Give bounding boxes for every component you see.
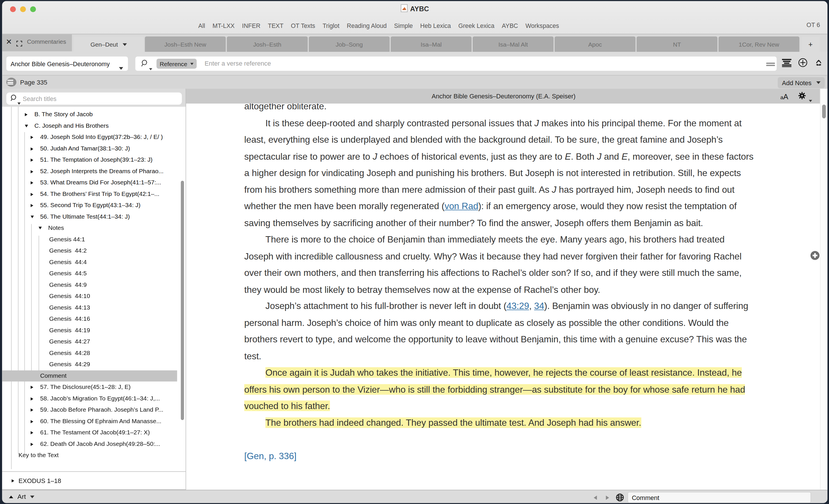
tab-8[interactable]: 1Cor, Rev New bbox=[718, 37, 799, 52]
toc-item-exodus[interactable]: EXODUS 1–18 bbox=[2, 472, 185, 489]
content-scrollbar[interactable] bbox=[820, 89, 828, 490]
nav-item-2[interactable]: INFER bbox=[242, 22, 260, 29]
reference-link[interactable]: 34 bbox=[534, 301, 544, 311]
tree-row[interactable]: Genesis 44:13 bbox=[2, 302, 185, 313]
tree-row[interactable]: Genesis 44:28 bbox=[2, 348, 185, 359]
chevron-right-icon[interactable] bbox=[31, 442, 33, 445]
plus-circle-icon[interactable] bbox=[798, 58, 807, 69]
list-icon[interactable] bbox=[6, 78, 16, 87]
next-button[interactable] bbox=[601, 493, 613, 503]
tree-row[interactable]: Genesis 44:29 bbox=[2, 359, 185, 370]
recycle-icon[interactable] bbox=[814, 59, 823, 69]
reference-link[interactable]: von Rad bbox=[444, 201, 478, 211]
tree-row[interactable]: Genesis 44:4 bbox=[2, 257, 185, 268]
chevron-right-icon[interactable] bbox=[31, 170, 33, 173]
nav-item-1[interactable]: MT-LXX bbox=[212, 22, 235, 29]
search-scope-select[interactable]: Reference bbox=[156, 59, 197, 69]
tab-4[interactable]: Isa–Mal bbox=[391, 37, 471, 52]
nav-item-10[interactable]: AYBC bbox=[502, 22, 518, 29]
tree-row[interactable]: 49. Joseph Sold Into Egypt(37:2b–36: J, … bbox=[2, 131, 185, 143]
tree-row[interactable]: Genesis 44:27 bbox=[2, 336, 185, 347]
nav-item-0[interactable]: All bbox=[198, 22, 205, 29]
tree-row[interactable]: 52. Joseph Interprets the Dreams of Phar… bbox=[2, 166, 185, 177]
chevron-down-icon[interactable] bbox=[122, 43, 127, 46]
search-titles-input[interactable]: Search titles bbox=[6, 92, 182, 105]
tab-1[interactable]: Josh–Esth New bbox=[145, 37, 226, 52]
location-field[interactable]: Comment bbox=[627, 492, 811, 503]
nav-item-9[interactable]: Greek Lexica bbox=[458, 22, 494, 29]
chevron-right-icon[interactable] bbox=[31, 158, 33, 162]
tree-row[interactable]: 54. The Brothers’ First Trip To Egypt(42… bbox=[2, 188, 185, 200]
book-select[interactable]: Anchor Bible Genesis–Deuteronomy bbox=[6, 57, 128, 71]
toc-tree[interactable]: B. The Story of JacobC. Joseph and His B… bbox=[2, 107, 185, 471]
chevron-right-icon[interactable] bbox=[31, 181, 33, 184]
align-text-icon[interactable] bbox=[782, 59, 792, 69]
tree-row[interactable]: 56. The Ultimate Test(44:1–34: J) bbox=[2, 211, 185, 222]
page-link[interactable]: [Gen, p. 336] bbox=[244, 451, 296, 461]
add-note-button[interactable] bbox=[810, 251, 820, 260]
tree-row[interactable]: Genesis 44:10 bbox=[2, 290, 185, 302]
search-icon[interactable] bbox=[141, 60, 148, 70]
reference-link[interactable]: 43:29 bbox=[507, 301, 529, 311]
globe-icon[interactable] bbox=[616, 494, 624, 502]
equals-icon[interactable] bbox=[766, 59, 775, 69]
close-icon[interactable]: ✕ bbox=[6, 38, 12, 45]
content-scrollbar-thumb[interactable] bbox=[822, 105, 826, 119]
tree-row[interactable]: Notes bbox=[2, 222, 185, 234]
tree-row[interactable]: 51. The Temptation of Joseph(39:1–23: J) bbox=[2, 154, 185, 165]
tree-row[interactable]: Genesis 44:2 bbox=[2, 245, 185, 256]
tree-row[interactable]: Genesis 44:16 bbox=[2, 313, 185, 324]
nav-item-3[interactable]: TEXT bbox=[268, 22, 283, 29]
chevron-right-icon[interactable] bbox=[31, 192, 33, 196]
tab-7[interactable]: NT bbox=[637, 37, 717, 52]
tree-row[interactable]: 58. Jacob’s Migration To Egypt(46:1–34: … bbox=[2, 393, 185, 404]
tree-row[interactable]: Comment bbox=[2, 370, 177, 382]
add-tab-button[interactable]: + bbox=[801, 37, 819, 52]
chevron-right-icon[interactable] bbox=[31, 409, 33, 412]
tree-row[interactable]: Genesis 44:19 bbox=[2, 325, 185, 336]
nav-item-5[interactable]: Triglot bbox=[323, 22, 339, 29]
chevron-right-icon[interactable] bbox=[31, 420, 33, 423]
tree-row[interactable]: 62. Death Of Jacob And Joseph(49:28–50:.… bbox=[2, 438, 185, 450]
chevron-down-icon[interactable] bbox=[17, 97, 21, 107]
tree-row[interactable]: Genesis 44:9 bbox=[2, 279, 185, 290]
tab-5[interactable]: Isa–Mal Alt bbox=[473, 37, 553, 52]
nav-item-8[interactable]: Heb Lexica bbox=[420, 22, 451, 29]
expand-icon[interactable] bbox=[16, 39, 22, 49]
nav-item-11[interactable]: Workspaces bbox=[525, 22, 559, 29]
gear-icon[interactable] bbox=[798, 92, 806, 102]
chevron-right-icon[interactable] bbox=[31, 431, 33, 434]
tree-row[interactable]: 53. What Dreams Did For Joseph(41:1–57:.… bbox=[2, 177, 185, 188]
tree-row[interactable]: Genesis 44:5 bbox=[2, 268, 185, 279]
art-menu[interactable]: Art bbox=[9, 493, 34, 501]
tree-row[interactable]: 55. Second Trip To Egypt(43:1–34: J) bbox=[2, 200, 185, 211]
tab-6[interactable]: Apoc bbox=[555, 37, 636, 52]
tree-row[interactable]: Key to the Text bbox=[2, 450, 185, 461]
tree-row[interactable]: 50. Judah And Tamar(38:1–30: J) bbox=[2, 143, 185, 154]
chevron-right-icon[interactable] bbox=[31, 147, 33, 150]
chevron-down-icon[interactable] bbox=[149, 63, 152, 73]
chevron-right-icon[interactable] bbox=[11, 479, 14, 482]
add-notes-button[interactable]: Add Notes bbox=[778, 77, 825, 88]
prev-button[interactable] bbox=[589, 493, 601, 503]
chevron-down-icon[interactable] bbox=[25, 124, 28, 127]
nav-item-4[interactable]: OT Texts bbox=[291, 22, 315, 29]
nav-item-6[interactable]: Reading Aloud bbox=[347, 22, 387, 29]
nav-item-7[interactable]: Simple bbox=[394, 22, 413, 29]
reference-search-field[interactable]: Reference Enter a verse reference bbox=[135, 57, 777, 71]
chevron-down-icon[interactable] bbox=[809, 94, 812, 104]
chevron-right-icon[interactable] bbox=[31, 397, 33, 400]
tree-row[interactable]: Genesis 44:1 bbox=[2, 234, 185, 245]
search-input-placeholder[interactable]: Enter a verse reference bbox=[205, 60, 271, 67]
tree-row[interactable]: 60. The Blessing Of Ephraim And Manasse.… bbox=[2, 416, 185, 427]
tree-row[interactable]: 57. The Disclosure(45:1–28: J, E) bbox=[2, 382, 185, 393]
chevron-right-icon[interactable] bbox=[31, 136, 33, 139]
tree-row[interactable]: 61. The Testament Of Jacob(49:1–27: X) bbox=[2, 427, 185, 438]
tab-3[interactable]: Job–Song bbox=[309, 37, 390, 52]
tab-2[interactable]: Josh–Esth bbox=[227, 37, 308, 52]
font-size-icon[interactable]: aA bbox=[780, 92, 788, 102]
tree-row[interactable]: C. Joseph and His Brothers bbox=[2, 120, 185, 131]
tab-0[interactable]: Gen–Deut bbox=[73, 37, 144, 52]
chevron-right-icon[interactable] bbox=[25, 113, 27, 116]
chevron-down-icon[interactable] bbox=[31, 215, 34, 218]
